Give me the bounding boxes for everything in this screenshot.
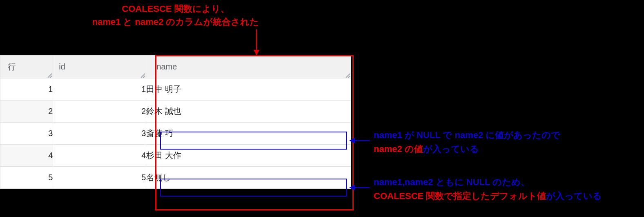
- top-annotation-line2: name1 と name2 のカラムが統合された: [92, 17, 259, 27]
- note-row-5: name1,name2 ともに NULL のため、 COALESCE 関数で指定…: [374, 175, 602, 203]
- resize-handle-icon[interactable]: [139, 72, 145, 77]
- result-table: 行 id name 1 1 田中 明子 2 2: [0, 55, 351, 189]
- column-header-id-label: id: [59, 62, 146, 72]
- table-row: 3 3 斎藤 巧: [0, 123, 351, 145]
- column-header-row-label: 行: [8, 61, 53, 72]
- svg-marker-5: [349, 185, 355, 190]
- top-annotation: COALESCE 関数により、 name1 と name2 のカラムが統合された: [0, 2, 351, 29]
- cell-id: 3: [53, 123, 146, 145]
- top-annotation-line1: COALESCE 関数により、: [122, 4, 229, 14]
- cell-id: 5: [53, 167, 146, 189]
- arrow-left-icon: [349, 136, 370, 145]
- note-row3-line1: name1 が NULL で name2 に値があったので: [374, 130, 560, 140]
- table-header-row: 行 id name: [0, 56, 351, 78]
- cell-name: 杉田 大作: [146, 145, 351, 167]
- svg-marker-3: [349, 138, 355, 143]
- note-row3-part2b: が入っている: [423, 144, 479, 154]
- cell-name: 斎藤 巧: [146, 123, 351, 145]
- cell-name: 名無し: [146, 167, 351, 189]
- cell-name: 鈴木 誠也: [146, 101, 351, 123]
- column-header-row[interactable]: 行: [0, 56, 53, 78]
- resize-handle-icon[interactable]: [344, 72, 350, 77]
- column-header-name-label: name: [156, 62, 351, 72]
- note-row-3: name1 が NULL で name2 に値があったので name2 の値が入…: [374, 128, 560, 156]
- cell-row: 4: [0, 145, 53, 167]
- cell-row: 3: [0, 123, 53, 145]
- note-row3-part2a: name2 の値: [374, 144, 423, 154]
- table-row: 5 5 名無し: [0, 167, 351, 189]
- column-header-name[interactable]: name: [146, 56, 351, 78]
- cell-name: 田中 明子: [146, 78, 351, 101]
- svg-marker-1: [254, 50, 259, 56]
- note-row5-part2b: が入っている: [546, 191, 602, 201]
- table-row: 4 4 杉田 大作: [0, 145, 351, 167]
- cell-id: 2: [53, 101, 146, 123]
- cell-id: 4: [53, 145, 146, 167]
- cell-id: 1: [53, 78, 146, 101]
- cell-row: 1: [0, 78, 53, 101]
- cell-row: 5: [0, 167, 53, 189]
- table-row: 2 2 鈴木 誠也: [0, 101, 351, 123]
- arrow-down-icon: [252, 29, 261, 56]
- note-row5-part2a: COALESCE 関数で指定したデフォルト値: [374, 191, 546, 201]
- table-row: 1 1 田中 明子: [0, 78, 351, 101]
- result-table-wrap: 行 id name 1 1 田中 明子 2 2: [0, 55, 351, 189]
- resize-handle-icon[interactable]: [46, 72, 52, 77]
- cell-row: 2: [0, 101, 53, 123]
- arrow-left-icon: [349, 183, 370, 192]
- note-row5-line1: name1,name2 ともに NULL のため、: [374, 177, 530, 187]
- column-header-id[interactable]: id: [53, 56, 146, 78]
